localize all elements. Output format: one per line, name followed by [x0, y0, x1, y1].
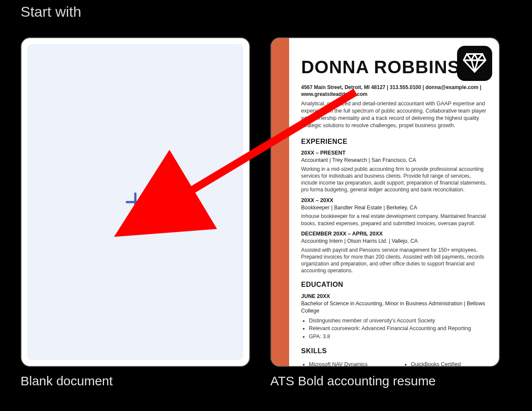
section-title: Start with	[0, 0, 532, 20]
diamond-icon	[462, 50, 487, 77]
skills-heading: SKILLS	[301, 346, 488, 356]
education-line: Bachelor of Science in Accounting, Minor…	[301, 300, 488, 315]
resume-preview-body: DONNA ROBBINS 4567 Main Street, Detroit,…	[289, 38, 499, 366]
list-item: QuickBooks Certified	[411, 361, 488, 367]
job-title: Bookkeeper | Bandter Real Estate | Berke…	[301, 204, 488, 211]
list-item: Microsoft NAV Dynamics	[309, 361, 386, 367]
resume-accent-stripe	[271, 38, 289, 366]
list-item: Distinguishes member of university's Acc…	[309, 317, 488, 325]
education-heading: EDUCATION	[301, 280, 488, 289]
skills-left: Microsoft NAV Dynamics Cashflow planning…	[301, 361, 386, 367]
skills-right: QuickBooks Certified Exceptional communi…	[403, 361, 488, 367]
resume-template-card[interactable]: DONNA ROBBINS 4567 Main Street, Detroit,…	[270, 37, 500, 367]
template-cards-row: Blank document DONNA ROBBINS 4567 Main S…	[0, 20, 532, 388]
job-dates: 20XX – 20XX	[301, 197, 488, 204]
resume-contact-line: 4567 Main Street, Detroit, MI 48127 | 31…	[301, 84, 488, 98]
experience-heading: EXPERIENCE	[301, 137, 488, 146]
resume-template-card-wrap: DONNA ROBBINS 4567 Main Street, Detroit,…	[270, 37, 500, 388]
job-desc: Working in a mid-sized public accounting…	[301, 166, 488, 194]
resume-summary: Analytical, organized and detail-oriente…	[301, 100, 488, 129]
job-title: Accountant | Trey Research | San Francis…	[301, 157, 488, 164]
list-item: Relevant coursework: Advanced Financial …	[309, 325, 488, 332]
blank-document-preview	[27, 44, 243, 360]
skills-columns: Microsoft NAV Dynamics Cashflow planning…	[301, 359, 488, 367]
blank-document-card-wrap: Blank document	[21, 37, 250, 388]
premium-badge	[457, 46, 492, 81]
job-desc: Assisted with payroll and Pensions servi…	[301, 247, 488, 274]
education-dates: JUNE 20XX	[301, 293, 488, 300]
job-dates: DECEMBER 20XX – APRIL 20XX	[301, 230, 488, 238]
plus-icon	[125, 192, 146, 212]
job-desc: Inhouse bookkeeper for a real estate dev…	[301, 213, 488, 226]
job-dates: 20XX – PRESENT	[301, 149, 488, 157]
resume-template-label: ATS Bold accounting resume	[270, 374, 500, 388]
blank-document-card[interactable]	[21, 37, 250, 367]
blank-document-label: Blank document	[21, 374, 250, 388]
list-item: GPA: 3.8	[309, 333, 488, 340]
job-title: Accounting Intern | Olson Harris Ltd. | …	[301, 238, 488, 245]
education-bullets: Distinguishes member of university's Acc…	[301, 317, 488, 341]
